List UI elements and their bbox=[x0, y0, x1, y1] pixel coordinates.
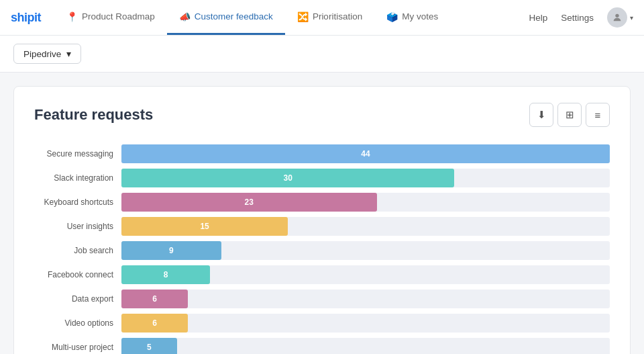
my-votes-label: My votes bbox=[402, 11, 438, 21]
settings-link[interactable]: Settings bbox=[561, 13, 594, 23]
bar-area: 9 bbox=[121, 241, 610, 260]
nav-tabs: 📍Product Roadmap📣Customer feedback🔀Prior… bbox=[54, 0, 529, 35]
nav-tab-prioritisation[interactable]: 🔀Prioritisation bbox=[285, 0, 374, 35]
chart-row: Slack integration 30 bbox=[34, 167, 610, 189]
bar-label: Slack integration bbox=[34, 173, 121, 183]
bar-area: 5 bbox=[121, 338, 610, 354]
bar-area: 6 bbox=[121, 314, 610, 333]
bar-value: 5 bbox=[147, 343, 152, 352]
dropdown-label: Pipedrive bbox=[23, 49, 61, 59]
bar-label: Facebook connect bbox=[34, 270, 121, 279]
prioritisation-label: Prioritisation bbox=[313, 11, 362, 21]
bar-value: 6 bbox=[152, 294, 157, 304]
bar-label: User insights bbox=[34, 222, 121, 231]
bar: 23 bbox=[121, 193, 377, 212]
bar-value: 15 bbox=[200, 222, 209, 231]
bar-value: 23 bbox=[245, 197, 254, 207]
bar-label: Job search bbox=[34, 246, 121, 255]
bar-label: Data export bbox=[34, 294, 121, 304]
nav-tab-customer-feedback[interactable]: 📣Customer feedback bbox=[167, 0, 285, 35]
bar: 8 bbox=[121, 265, 210, 284]
bar: 5 bbox=[121, 338, 177, 354]
main-content: Feature requests ⬇ ⊞ ≡ Secure messaging … bbox=[0, 73, 644, 354]
bar-area: 8 bbox=[121, 265, 610, 284]
chart-row: Multi-user project 5 bbox=[34, 337, 610, 354]
help-link[interactable]: Help bbox=[529, 13, 547, 23]
bar-value: 8 bbox=[164, 270, 168, 279]
dropdown-chevron-icon: ▾ bbox=[66, 48, 71, 59]
card-title: Feature requests bbox=[34, 106, 153, 124]
bar-value: 9 bbox=[169, 246, 174, 255]
bar: 6 bbox=[121, 290, 188, 308]
nav-tab-my-votes[interactable]: 🗳️My votes bbox=[374, 0, 450, 35]
bar-area: 30 bbox=[121, 169, 610, 187]
bar: 30 bbox=[121, 169, 454, 187]
bar: 44 bbox=[121, 144, 610, 163]
bar-area: 23 bbox=[121, 193, 610, 212]
bar-label: Multi-user project bbox=[34, 343, 121, 352]
feature-requests-card: Feature requests ⬇ ⊞ ≡ Secure messaging … bbox=[13, 86, 631, 354]
svg-point-0 bbox=[615, 14, 619, 17]
nav-tab-product-roadmap[interactable]: 📍Product Roadmap bbox=[54, 0, 167, 35]
sub-bar: Pipedrive ▾ bbox=[0, 36, 644, 73]
bar-value: 44 bbox=[361, 149, 370, 159]
chart-row: Job search 9 bbox=[34, 240, 610, 261]
list-icon: ≡ bbox=[595, 109, 601, 121]
top-navigation: shipit 📍Product Roadmap📣Customer feedbac… bbox=[0, 0, 644, 36]
product-roadmap-icon: 📍 bbox=[66, 11, 78, 22]
chart-row: Facebook connect 8 bbox=[34, 264, 610, 285]
customer-feedback-icon: 📣 bbox=[179, 11, 191, 22]
my-votes-icon: 🗳️ bbox=[386, 11, 398, 22]
chevron-down-icon: ▾ bbox=[630, 14, 633, 21]
chart-row: Secure messaging 44 bbox=[34, 143, 610, 165]
card-actions: ⬇ ⊞ ≡ bbox=[529, 103, 610, 127]
bar: 15 bbox=[121, 217, 288, 236]
bar: 9 bbox=[121, 241, 221, 260]
bar-label: Keyboard shortcuts bbox=[34, 197, 121, 207]
grid-view-button[interactable]: ⊞ bbox=[557, 103, 582, 127]
avatar bbox=[607, 7, 627, 28]
user-menu[interactable]: ▾ bbox=[607, 7, 633, 28]
prioritisation-icon: 🔀 bbox=[297, 11, 309, 22]
chart-row: Video options 6 bbox=[34, 312, 610, 334]
customer-feedback-label: Customer feedback bbox=[195, 11, 273, 21]
bar-area: 15 bbox=[121, 217, 610, 236]
card-header: Feature requests ⬇ ⊞ ≡ bbox=[34, 103, 610, 127]
chart-row: User insights 15 bbox=[34, 216, 610, 237]
logo: shipit bbox=[11, 11, 41, 25]
bar-value: 6 bbox=[152, 318, 157, 328]
chart-row: Data export 6 bbox=[34, 288, 610, 310]
download-icon: ⬇ bbox=[537, 109, 546, 121]
chart-row: Keyboard shortcuts 23 bbox=[34, 191, 610, 213]
nav-right: Help Settings ▾ bbox=[529, 7, 633, 28]
grid-icon: ⊞ bbox=[566, 109, 574, 121]
bar: 6 bbox=[121, 314, 188, 333]
bar-label: Video options bbox=[34, 318, 121, 328]
bar-label: Secure messaging bbox=[34, 149, 121, 159]
product-roadmap-label: Product Roadmap bbox=[82, 11, 155, 21]
bar-chart: Secure messaging 44 Slack integration 30… bbox=[34, 143, 610, 354]
bar-area: 6 bbox=[121, 290, 610, 308]
list-view-button[interactable]: ≡ bbox=[586, 103, 610, 127]
download-button[interactable]: ⬇ bbox=[529, 103, 553, 127]
pipedrive-dropdown[interactable]: Pipedrive ▾ bbox=[13, 44, 81, 64]
bar-value: 30 bbox=[283, 173, 292, 183]
bar-area: 44 bbox=[121, 144, 610, 163]
